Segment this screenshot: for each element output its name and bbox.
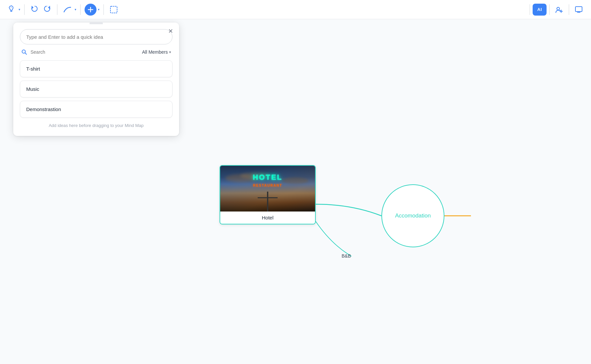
right-divider-3	[569, 4, 569, 15]
add-user-button[interactable]	[552, 4, 566, 16]
idea-card-music[interactable]: Music	[20, 81, 172, 97]
hotel-pole	[267, 192, 268, 212]
search-icon	[21, 49, 27, 55]
bulb-button[interactable]	[5, 4, 17, 16]
bulb-dropdown-arrow[interactable]: ▾	[19, 8, 20, 11]
accommodation-label: Accomodation	[395, 212, 431, 219]
search-input[interactable]	[31, 49, 139, 55]
curve-group: ▾	[61, 4, 76, 16]
add-group: ▾	[85, 4, 99, 16]
hotel-image: HOTEL RESTAURANT	[220, 166, 315, 212]
toolbar-right: AI	[528, 4, 586, 16]
close-icon: ✕	[168, 28, 173, 35]
idea-text-music: Music	[26, 86, 39, 92]
hotel-node[interactable]: HOTEL RESTAURANT Hotel	[220, 165, 316, 224]
hotel-sign: HOTEL	[253, 173, 283, 182]
hotel-sub-sign: RESTAURANT	[253, 184, 282, 187]
svg-line-2	[9, 6, 10, 6]
redo-button[interactable]	[41, 4, 53, 16]
panel-tab	[90, 22, 103, 24]
search-filter-row: All Members ▾	[20, 49, 172, 55]
curve-dropdown-arrow[interactable]: ▾	[75, 8, 76, 11]
bulb-icon	[8, 5, 15, 14]
accommodation-node[interactable]: Accomodation	[381, 184, 444, 247]
svg-line-14	[25, 53, 27, 55]
toolbar: ▾ ▾	[0, 0, 591, 19]
right-divider-1	[530, 4, 530, 15]
idea-text-tshirt: T-shirt	[26, 66, 40, 72]
divider-2	[57, 4, 57, 15]
idea-text-demonstration: Demonstrastion	[26, 106, 61, 112]
present-button[interactable]	[572, 4, 586, 16]
divider-3	[80, 4, 81, 15]
panel-close-button[interactable]: ✕	[166, 27, 175, 36]
add-button[interactable]	[85, 4, 97, 16]
filter-label: All Members	[142, 49, 168, 55]
svg-point-0	[11, 7, 12, 8]
svg-rect-10	[575, 7, 582, 12]
add-dropdown-arrow[interactable]: ▾	[98, 8, 99, 11]
divider-4	[103, 4, 104, 15]
toolbar-left-group: ▾	[5, 4, 20, 16]
undo-button[interactable]	[29, 4, 40, 16]
canvas[interactable]: ✕ All Members ▾ T-shirt Music Demonstras…	[0, 19, 591, 364]
select-group	[108, 4, 120, 16]
undo-redo-group	[29, 4, 53, 16]
filter-select[interactable]: All Members ▾	[142, 49, 171, 55]
divider-1	[24, 4, 25, 15]
svg-rect-6	[110, 6, 117, 13]
right-divider-2	[549, 4, 550, 15]
quick-ideas-panel: ✕ All Members ▾ T-shirt Music Demonstras…	[13, 23, 179, 136]
hotel-label: Hotel	[220, 212, 315, 224]
ai-button[interactable]: AI	[533, 4, 547, 16]
curve-button[interactable]	[61, 4, 73, 16]
add-ideas-hint: Add ideas here before dragging to your M…	[20, 123, 172, 128]
filter-dropdown-icon: ▾	[169, 50, 171, 54]
idea-card-demonstration[interactable]: Demonstrastion	[20, 101, 172, 118]
svg-point-7	[557, 7, 559, 10]
select-button[interactable]	[108, 4, 120, 16]
quick-idea-input[interactable]	[20, 29, 172, 44]
bnb-label: B&B	[342, 253, 351, 259]
idea-card-tshirt[interactable]: T-shirt	[20, 60, 172, 77]
